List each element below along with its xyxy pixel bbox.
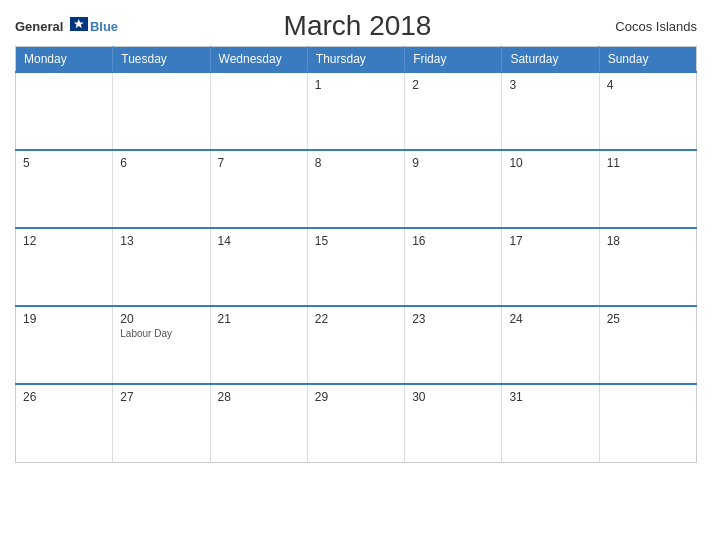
day-number: 27 [120,390,202,404]
day-number: 6 [120,156,202,170]
day-cell-3-1: 20Labour Day [113,306,210,384]
day-number: 4 [607,78,689,92]
day-cell-4-4: 30 [405,384,502,462]
logo: General Blue [15,17,118,35]
week-row-1: 1234 [16,72,697,150]
day-cell-2-1: 13 [113,228,210,306]
day-number: 5 [23,156,105,170]
weekday-header-row: Monday Tuesday Wednesday Thursday Friday… [16,47,697,73]
day-number: 13 [120,234,202,248]
day-cell-2-6: 18 [599,228,696,306]
day-number: 2 [412,78,494,92]
day-number: 9 [412,156,494,170]
calendar-table: Monday Tuesday Wednesday Thursday Friday… [15,46,697,463]
day-number: 26 [23,390,105,404]
day-cell-0-5: 3 [502,72,599,150]
day-number: 10 [509,156,591,170]
day-cell-2-5: 17 [502,228,599,306]
day-cell-0-0 [16,72,113,150]
header-thursday: Thursday [307,47,404,73]
day-cell-2-4: 16 [405,228,502,306]
logo-general-text: General [15,19,63,34]
day-cell-1-3: 8 [307,150,404,228]
day-cell-0-2 [210,72,307,150]
day-number: 29 [315,390,397,404]
header-wednesday: Wednesday [210,47,307,73]
day-cell-3-5: 24 [502,306,599,384]
day-number: 17 [509,234,591,248]
week-row-5: 262728293031 [16,384,697,462]
day-cell-1-4: 9 [405,150,502,228]
day-cell-3-3: 22 [307,306,404,384]
day-cell-2-3: 15 [307,228,404,306]
header-friday: Friday [405,47,502,73]
calendar-title: March 2018 [118,10,597,42]
day-cell-1-0: 5 [16,150,113,228]
day-number: 30 [412,390,494,404]
day-cell-4-6 [599,384,696,462]
day-cell-4-2: 28 [210,384,307,462]
logo-blue-text: Blue [90,20,118,33]
header-saturday: Saturday [502,47,599,73]
day-number: 22 [315,312,397,326]
day-cell-4-5: 31 [502,384,599,462]
day-number: 19 [23,312,105,326]
day-number: 3 [509,78,591,92]
day-cell-3-4: 23 [405,306,502,384]
day-cell-2-2: 14 [210,228,307,306]
day-number: 25 [607,312,689,326]
day-cell-2-0: 12 [16,228,113,306]
day-cell-4-3: 29 [307,384,404,462]
day-cell-3-0: 19 [16,306,113,384]
day-number: 31 [509,390,591,404]
day-cell-0-3: 1 [307,72,404,150]
week-row-3: 12131415161718 [16,228,697,306]
holiday-label: Labour Day [120,328,202,339]
top-bar: General Blue March 2018 Cocos Islands [15,10,697,42]
header-sunday: Sunday [599,47,696,73]
day-number: 24 [509,312,591,326]
day-number: 16 [412,234,494,248]
day-number: 15 [315,234,397,248]
day-number: 8 [315,156,397,170]
day-cell-3-2: 21 [210,306,307,384]
header-tuesday: Tuesday [113,47,210,73]
day-cell-4-0: 26 [16,384,113,462]
day-cell-1-6: 11 [599,150,696,228]
day-number: 28 [218,390,300,404]
region-label: Cocos Islands [597,19,697,34]
header-monday: Monday [16,47,113,73]
day-number: 21 [218,312,300,326]
day-cell-0-1 [113,72,210,150]
day-cell-4-1: 27 [113,384,210,462]
day-number: 7 [218,156,300,170]
day-number: 23 [412,312,494,326]
logo-flag-icon [70,17,88,31]
day-cell-1-1: 6 [113,150,210,228]
day-cell-1-2: 7 [210,150,307,228]
week-row-4: 1920Labour Day2122232425 [16,306,697,384]
day-number: 11 [607,156,689,170]
day-number: 20 [120,312,202,326]
day-cell-1-5: 10 [502,150,599,228]
day-cell-3-6: 25 [599,306,696,384]
week-row-2: 567891011 [16,150,697,228]
day-number: 1 [315,78,397,92]
day-number: 12 [23,234,105,248]
day-cell-0-4: 2 [405,72,502,150]
day-cell-0-6: 4 [599,72,696,150]
day-number: 18 [607,234,689,248]
day-number: 14 [218,234,300,248]
